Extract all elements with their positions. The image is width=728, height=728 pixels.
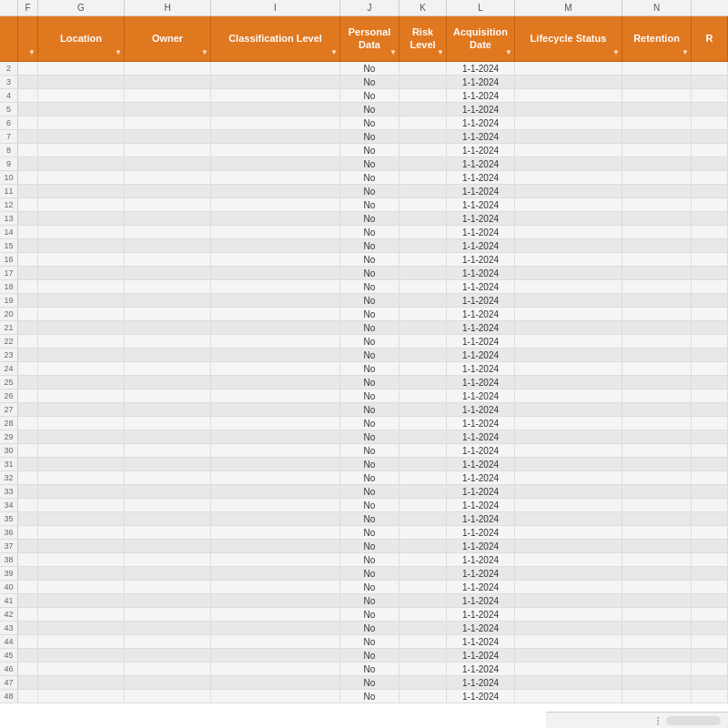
cell-owner	[125, 130, 211, 143]
cell-risk-level	[399, 294, 447, 307]
header-rest[interactable]: R	[692, 16, 728, 61]
table-row[interactable]: 21 No 1-1-2024	[0, 321, 728, 335]
cell-personal-data: No	[340, 444, 399, 457]
row-number: 3	[0, 76, 18, 88]
header-owner[interactable]: Owner ▼	[125, 16, 211, 61]
row-number: 10	[0, 171, 18, 184]
dropdown-arrow-i[interactable]: ▼	[389, 48, 397, 57]
cell-retention	[622, 280, 692, 293]
cell-rest	[692, 594, 728, 607]
cell-f	[18, 581, 38, 593]
cell-acquisition-date: 1-1-2024	[447, 76, 515, 88]
cell-f	[18, 553, 38, 566]
dropdown-arrow-j[interactable]: ▼	[437, 48, 444, 57]
dropdown-arrow-m[interactable]: ▼	[682, 48, 689, 57]
table-row[interactable]: 20 No 1-1-2024	[0, 308, 728, 321]
table-row[interactable]: 9 No 1-1-2024	[0, 157, 728, 171]
table-row[interactable]: 34 No 1-1-2024	[0, 499, 728, 512]
header-retention[interactable]: Retention ▼	[622, 16, 692, 61]
table-row[interactable]: 37 No 1-1-2024	[0, 540, 728, 553]
table-row[interactable]: 26 No 1-1-2024	[0, 389, 728, 403]
table-row[interactable]: 7 No 1-1-2024	[0, 130, 728, 144]
table-row[interactable]: 6 No 1-1-2024	[0, 116, 728, 130]
table-row[interactable]: 23 No 1-1-2024	[0, 349, 728, 362]
table-row[interactable]: 13 No 1-1-2024	[0, 212, 728, 226]
cell-f	[18, 349, 38, 361]
dropdown-arrow-h[interactable]: ▼	[201, 48, 208, 57]
table-row[interactable]: 39 No 1-1-2024	[0, 567, 728, 581]
table-row[interactable]: 15 No 1-1-2024	[0, 239, 728, 253]
table-row[interactable]: 10 No 1-1-2024	[0, 171, 728, 185]
horizontal-scrollbar[interactable]	[666, 716, 721, 725]
cell-retention	[622, 471, 692, 484]
table-row[interactable]: 11 No 1-1-2024	[0, 185, 728, 198]
header-acquisition-date[interactable]: Acquisition Date ▼	[447, 16, 515, 61]
table-row[interactable]: 3 No 1-1-2024	[0, 76, 728, 89]
table-row[interactable]: 40 No 1-1-2024	[0, 581, 728, 594]
cell-risk-level	[399, 662, 447, 675]
table-row[interactable]: 12 No 1-1-2024	[0, 198, 728, 212]
table-row[interactable]: 17 No 1-1-2024	[0, 267, 728, 280]
table-row[interactable]: 4 No 1-1-2024	[0, 89, 728, 103]
cell-classification	[211, 198, 340, 211]
cell-rest	[692, 526, 728, 539]
table-row[interactable]: 45 No 1-1-2024	[0, 649, 728, 662]
cell-classification	[211, 499, 340, 511]
dropdown-arrow-g[interactable]: ▼	[115, 48, 122, 57]
cell-personal-data: No	[340, 608, 399, 621]
table-row[interactable]: 19 No 1-1-2024	[0, 294, 728, 308]
table-row[interactable]: 38 No 1-1-2024	[0, 553, 728, 567]
cell-risk-level	[399, 335, 447, 348]
cell-f	[18, 362, 38, 375]
table-row[interactable]: 18 No 1-1-2024	[0, 280, 728, 294]
cell-rest	[692, 267, 728, 279]
cell-retention	[622, 662, 692, 675]
table-row[interactable]: 48 No 1-1-2024	[0, 690, 728, 703]
dropdown-arrow-l[interactable]: ▼	[612, 48, 620, 57]
table-row[interactable]: 16 No 1-1-2024	[0, 253, 728, 267]
table-row[interactable]: 42 No 1-1-2024	[0, 608, 728, 622]
cell-location	[38, 157, 125, 170]
dropdown-arrow-f[interactable]: ▼	[28, 48, 35, 57]
table-row[interactable]: 36 No 1-1-2024	[0, 526, 728, 540]
table-row[interactable]: 27 No 1-1-2024	[0, 403, 728, 417]
table-row[interactable]: 31 No 1-1-2024	[0, 458, 728, 471]
table-row[interactable]: 35 No 1-1-2024	[0, 512, 728, 526]
header-location[interactable]: Location ▼	[38, 16, 125, 61]
table-row[interactable]: 41 No 1-1-2024	[0, 594, 728, 608]
table-row[interactable]: 28 No 1-1-2024	[0, 417, 728, 430]
table-row[interactable]: 22 No 1-1-2024	[0, 335, 728, 349]
header-classification[interactable]: Classification Level ▼	[211, 16, 340, 61]
table-row[interactable]: 14 No 1-1-2024	[0, 226, 728, 239]
table-row[interactable]: 5 No 1-1-2024	[0, 103, 728, 116]
cell-rest	[692, 662, 728, 675]
row-number: 35	[0, 512, 18, 525]
cell-f	[18, 512, 38, 525]
table-row[interactable]: 30 No 1-1-2024	[0, 444, 728, 458]
table-row[interactable]: 44 No 1-1-2024	[0, 635, 728, 649]
cell-acquisition-date: 1-1-2024	[447, 62, 515, 75]
header-lifecycle-status[interactable]: Lifecycle Status ▼	[515, 16, 622, 61]
cell-location	[38, 144, 125, 157]
col-letter-f: F	[18, 0, 38, 15]
dropdown-arrow-i-label[interactable]: ▼	[330, 48, 338, 57]
table-row[interactable]: 8 No 1-1-2024	[0, 144, 728, 157]
row-number: 23	[0, 349, 18, 361]
cell-retention	[622, 62, 692, 75]
header-personal-data[interactable]: Personal Data ▼	[340, 16, 399, 61]
header-row: ▼ Location ▼ Owner ▼ Classification Leve…	[0, 16, 728, 62]
table-row[interactable]: 43 No 1-1-2024	[0, 622, 728, 635]
header-risk-level[interactable]: Risk Level ▼	[399, 16, 447, 61]
table-row[interactable]: 24 No 1-1-2024	[0, 362, 728, 376]
dropdown-arrow-k[interactable]: ▼	[505, 48, 512, 57]
cell-lifecycle-status	[515, 349, 622, 361]
table-row[interactable]: 32 No 1-1-2024	[0, 471, 728, 485]
cell-owner	[125, 417, 211, 430]
table-row[interactable]: 2 No 1-1-2024	[0, 62, 728, 76]
table-row[interactable]: 29 No 1-1-2024	[0, 430, 728, 444]
table-row[interactable]: 33 No 1-1-2024	[0, 485, 728, 499]
header-col-f[interactable]: ▼	[18, 16, 38, 61]
table-row[interactable]: 46 No 1-1-2024	[0, 662, 728, 676]
table-row[interactable]: 47 No 1-1-2024	[0, 676, 728, 690]
table-row[interactable]: 25 No 1-1-2024	[0, 376, 728, 389]
